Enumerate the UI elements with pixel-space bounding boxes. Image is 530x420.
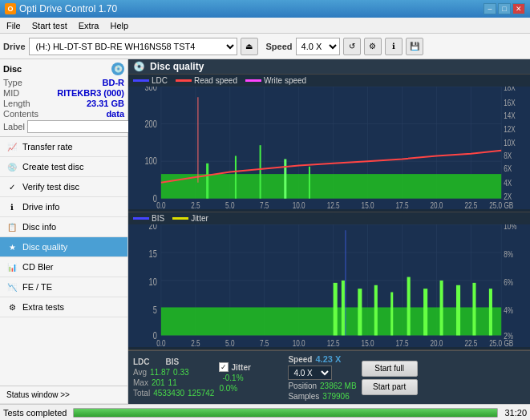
app-icon: O (5, 3, 16, 14)
svg-text:10.0: 10.0 (293, 200, 305, 209)
legend-write-speed: Write speed (245, 76, 306, 85)
svg-rect-43 (260, 145, 261, 199)
chart1-svg: 300 200 100 0 18X 16X 14X 12X 10X 8X 6X … (128, 87, 530, 209)
nav-drive-info-label: Drive info (22, 202, 59, 212)
settings-button[interactable]: ⚙ (364, 38, 382, 55)
disc-label-label: Label (3, 122, 25, 131)
svg-text:17.5: 17.5 (396, 337, 409, 347)
content-title: Disc quality (150, 61, 204, 72)
nav-create-test-disc-label: Create test disc (22, 162, 83, 172)
svg-text:17.5: 17.5 (396, 200, 409, 209)
length-label: Length (3, 99, 30, 108)
svg-text:8%: 8% (504, 248, 513, 259)
minimize-button[interactable]: – (483, 3, 496, 14)
nav-verify-test-disc[interactable]: ✓ Verify test disc (0, 177, 127, 197)
jitter-max: 0.0% (219, 384, 237, 393)
svg-text:5: 5 (153, 304, 157, 315)
nav-extra-tests[interactable]: ⚙ Extra tests (0, 297, 127, 317)
svg-rect-92 (423, 289, 427, 335)
eject-button[interactable]: ⏏ (241, 38, 258, 55)
transfer-rate-icon: 📈 (6, 141, 18, 152)
svg-text:22.5: 22.5 (464, 200, 477, 209)
disc-header-title: Disc (3, 64, 22, 74)
start-full-button[interactable]: Start full (362, 361, 418, 377)
svg-text:4%: 4% (504, 305, 513, 315)
nav-transfer-rate-label: Transfer rate (22, 142, 73, 151)
menu-help[interactable]: Help (105, 19, 133, 32)
menu-start-test[interactable]: Start test (27, 19, 72, 32)
fe-te-icon: 📉 (6, 281, 18, 293)
start-part-button[interactable]: Start part (362, 379, 418, 395)
nav-verify-test-disc-label: Verify test disc (22, 182, 79, 192)
samples-label: Samples (288, 392, 319, 401)
svg-text:25.0 GB: 25.0 GB (489, 337, 513, 347)
nav-cd-bler[interactable]: 📊 CD Bler (0, 257, 127, 277)
legend-read-speed: Read speed (176, 76, 237, 85)
refresh-button[interactable]: ↺ (343, 38, 361, 55)
speed-col-header: Speed (288, 355, 312, 364)
svg-rect-85 (161, 307, 501, 335)
sidebar-nav: 📈 Transfer rate 💿 Create test disc ✓ Ver… (0, 137, 127, 317)
jitter-checkbox[interactable]: ✓ (219, 362, 229, 372)
type-value: BD-R (103, 78, 125, 87)
progress-bar (74, 409, 497, 417)
save-button[interactable]: 💾 (406, 38, 423, 55)
ldc-legend-color (133, 79, 149, 82)
svg-text:15.0: 15.0 (362, 337, 374, 347)
type-label: Type (3, 78, 22, 87)
nav-extra-tests-label: Extra tests (22, 302, 64, 312)
samples-val: 379906 (322, 392, 349, 401)
nav-disc-quality[interactable]: ★ Disc quality (0, 237, 127, 257)
nav-fe-te[interactable]: 📉 FE / TE (0, 277, 127, 297)
disc-icon: 💿 (111, 63, 124, 75)
status-window-button[interactable]: Status window >> (0, 386, 127, 404)
svg-text:6%: 6% (504, 277, 513, 287)
close-button[interactable]: ✕ (512, 3, 525, 14)
nav-disc-info[interactable]: 📋 Disc info (0, 217, 127, 237)
bis-legend-label: BIS (152, 214, 164, 223)
disc-label-input[interactable] (27, 120, 134, 133)
svg-text:18X: 18X (504, 87, 516, 93)
svg-text:7.5: 7.5 (260, 200, 269, 209)
length-value: 23.31 GB (87, 99, 124, 108)
disc-quality-header-icon: 💿 (133, 61, 145, 72)
svg-rect-44 (284, 159, 286, 198)
maximize-button[interactable]: □ (498, 3, 511, 14)
svg-rect-90 (390, 293, 393, 336)
svg-text:15: 15 (149, 248, 157, 259)
svg-rect-42 (235, 155, 237, 198)
ldc-col-header: LDC (133, 357, 150, 366)
bis-col-header: BIS (166, 357, 180, 366)
speed-val: 4.23 X (315, 354, 341, 364)
verify-test-disc-icon: ✓ (6, 181, 18, 192)
write-speed-legend-label: Write speed (264, 76, 306, 85)
svg-text:20.0: 20.0 (430, 200, 443, 209)
svg-text:12.5: 12.5 (327, 200, 340, 209)
svg-rect-87 (342, 281, 345, 335)
nav-create-test-disc[interactable]: 💿 Create test disc (0, 157, 127, 177)
svg-text:10.0: 10.0 (293, 337, 305, 347)
nav-drive-info[interactable]: ℹ Drive info (0, 197, 127, 217)
jitter-avg: -0.1% (222, 374, 243, 382)
svg-text:16X: 16X (504, 98, 516, 107)
nav-transfer-rate[interactable]: 📈 Transfer rate (0, 137, 127, 157)
chart1-container: LDC Read speed Write speed (128, 75, 530, 212)
bis-avg: 0.33 (173, 368, 188, 377)
disc-section: Disc 💿 Type BD-R MID RITEKBR3 (000) Leng… (0, 59, 127, 137)
menu-extra[interactable]: Extra (74, 19, 104, 32)
speed-select[interactable]: 4.0 X (296, 38, 340, 55)
legend-ldc: LDC (133, 76, 168, 85)
svg-text:20: 20 (149, 224, 157, 231)
stats-speed-select[interactable]: 4.0 X (288, 365, 332, 380)
svg-text:300: 300 (144, 87, 156, 93)
svg-rect-94 (456, 285, 460, 336)
speed-label: Speed (266, 42, 293, 51)
ldc-total: 4533430 (153, 389, 184, 398)
read-speed-legend-color (176, 79, 192, 82)
drive-select[interactable]: (H:) HL-DT-ST BD-RE WH16NS58 TST4 (29, 38, 237, 55)
info-button[interactable]: ℹ (385, 38, 403, 55)
svg-text:4X: 4X (504, 178, 512, 188)
menu-file[interactable]: File (2, 19, 26, 32)
svg-rect-93 (440, 281, 443, 335)
ldc-max: 201 (152, 378, 165, 387)
